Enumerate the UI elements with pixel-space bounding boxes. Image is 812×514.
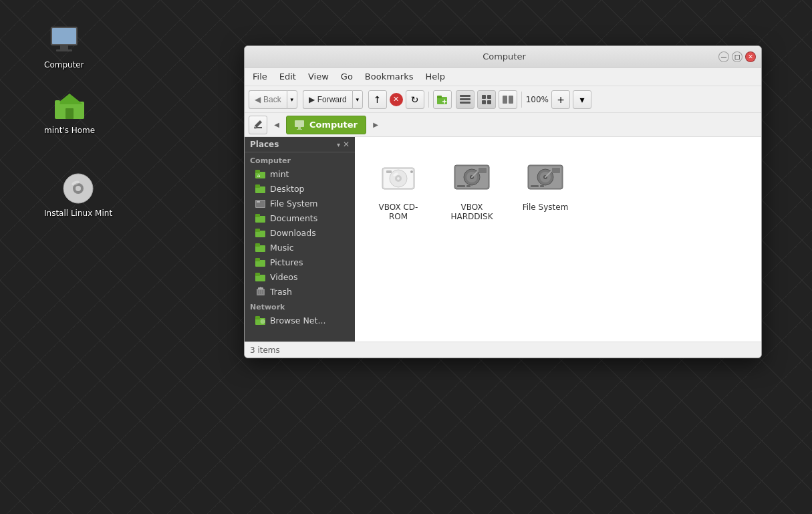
split-view-button[interactable]	[499, 90, 517, 109]
pictures-folder-icon	[255, 257, 266, 267]
documents-folder-icon	[255, 213, 266, 223]
sidebar-filesystem-label: File System	[270, 199, 318, 209]
svg-rect-14	[437, 96, 442, 98]
sidebar-downloads-label: Downloads	[270, 228, 316, 238]
desktop-icon-computer[interactable]: Computer	[40, 20, 88, 74]
sidebar-item-downloads[interactable]: Downloads	[245, 225, 355, 240]
svg-rect-20	[482, 95, 486, 99]
sidebar-trash-label: Trash	[270, 287, 292, 297]
places-dropdown-btn[interactable]: ▾	[337, 141, 340, 148]
menu-go[interactable]: Go	[335, 70, 358, 83]
svg-rect-29	[295, 120, 304, 127]
minimize-button[interactable]: —	[718, 51, 729, 62]
menu-bookmarks[interactable]: Bookmarks	[360, 70, 419, 83]
sidebar-item-filesystem[interactable]: File System	[245, 196, 355, 211]
sidebar-item-desktop[interactable]: Desktop	[245, 181, 355, 196]
browse-net-icon	[255, 315, 266, 326]
sidebar-computer-label: Computer	[245, 152, 355, 166]
location-back-arrow[interactable]: ◀	[270, 116, 283, 134]
location-computer-button[interactable]: Computer	[286, 116, 366, 134]
filesystem-svg-icon	[524, 156, 567, 199]
svg-point-11	[76, 186, 81, 191]
svg-rect-57	[255, 316, 260, 319]
sidebar-item-music[interactable]: Music	[245, 240, 355, 255]
sidebar-item-browse-net[interactable]: Browse Net...	[245, 313, 355, 328]
home-icon-label: mint's Home	[44, 126, 95, 135]
desktop-icon-home[interactable]: mint's Home	[40, 86, 99, 139]
svg-point-58	[261, 319, 265, 324]
window-title: Computer	[290, 51, 718, 61]
svg-rect-1	[52, 28, 76, 44]
back-button[interactable]: ◀ Back	[249, 90, 287, 109]
sidebar-item-trash[interactable]: Trash	[245, 284, 355, 299]
svg-rect-43	[255, 229, 260, 232]
view-grid-button[interactable]	[477, 90, 496, 109]
svg-rect-24	[503, 96, 507, 104]
music-folder-icon	[255, 242, 266, 253]
location-bar: ◀ Computer ▶	[245, 113, 761, 137]
svg-rect-36	[255, 184, 260, 188]
desktop-icon-install[interactable]: Install Linux Mint	[40, 168, 116, 222]
forward-button-group: ▶ Forward ▾	[303, 90, 363, 109]
svg-rect-18	[460, 98, 470, 100]
install-icon-label: Install Linux Mint	[44, 209, 112, 218]
computer-icon	[48, 24, 80, 56]
sidebar-item-pictures[interactable]: Pictures	[245, 255, 355, 269]
desktop-folder-icon	[255, 183, 266, 194]
sidebar-item-documents[interactable]: Documents	[245, 211, 355, 225]
menu-edit[interactable]: Edit	[274, 70, 301, 83]
svg-rect-2	[60, 45, 68, 49]
cdrom-svg-icon	[377, 156, 420, 199]
file-item-harddisk[interactable]: VBOX HARDDISK	[442, 150, 502, 227]
file-item-filesystem[interactable]: File System	[515, 150, 575, 227]
file-item-cdrom[interactable]: VBOX CD-ROM	[368, 150, 428, 227]
sidebar: Places ▾ ✕ Computer ⌂ mint	[245, 137, 355, 342]
svg-rect-23	[487, 100, 491, 104]
places-title: Places	[250, 140, 337, 149]
view-options-button[interactable]: ▾	[573, 90, 591, 109]
svg-rect-30	[298, 127, 301, 129]
statusbar: 3 items	[245, 342, 761, 358]
edit-path-button[interactable]	[249, 116, 267, 134]
zoom-display: 100%	[526, 95, 549, 104]
svg-marker-27	[255, 120, 262, 128]
svg-rect-3	[56, 49, 72, 51]
menu-help[interactable]: Help	[420, 70, 450, 83]
file-manager-window: Computer — □ ✕ File Edit View Go Bookmar…	[244, 45, 762, 358]
menu-view[interactable]: View	[303, 70, 334, 83]
view-list-button[interactable]	[456, 90, 475, 109]
svg-rect-22	[482, 100, 486, 104]
titlebar: Computer — □ ✕	[245, 46, 761, 68]
close-button[interactable]: ✕	[745, 51, 756, 62]
location-forward-arrow[interactable]: ▶	[369, 116, 382, 134]
titlebar-controls: — □ ✕	[718, 51, 756, 62]
home-folder-icon	[53, 90, 86, 122]
back-button-group: ◀ Back ▾	[249, 90, 297, 109]
back-arrow-icon: ◀	[255, 95, 261, 104]
svg-rect-83	[540, 185, 544, 187]
refresh-button[interactable]: ↻	[406, 90, 424, 109]
computer-icon-label: Computer	[44, 60, 84, 70]
menubar: File Edit View Go Bookmarks Help	[245, 68, 761, 86]
sidebar-pictures-label: Pictures	[270, 257, 303, 267]
back-dropdown-button[interactable]: ▾	[287, 90, 297, 109]
maximize-button[interactable]: □	[732, 51, 742, 62]
svg-rect-25	[509, 96, 513, 104]
stop-button[interactable]: ✕	[390, 93, 403, 106]
file-content-area: VBOX CD-ROM	[355, 137, 761, 342]
harddisk-label: VBOX HARDDISK	[447, 203, 497, 221]
up-button[interactable]: ↑	[368, 90, 387, 109]
new-folder-button[interactable]	[433, 90, 452, 109]
item-count: 3 items	[250, 346, 280, 355]
zoom-in-button[interactable]: +	[551, 90, 570, 109]
sidebar-item-mint[interactable]: ⌂ mint	[245, 166, 355, 181]
forward-button[interactable]: ▶ Forward	[303, 90, 352, 109]
forward-dropdown-button[interactable]: ▾	[352, 90, 363, 109]
svg-rect-19	[460, 102, 470, 104]
svg-rect-45	[255, 243, 260, 247]
cdrom-label: VBOX CD-ROM	[374, 203, 423, 221]
places-close-btn[interactable]: ✕	[343, 140, 350, 149]
svg-rect-41	[255, 214, 260, 217]
menu-file[interactable]: File	[247, 70, 273, 83]
sidebar-item-videos[interactable]: Videos	[245, 269, 355, 284]
